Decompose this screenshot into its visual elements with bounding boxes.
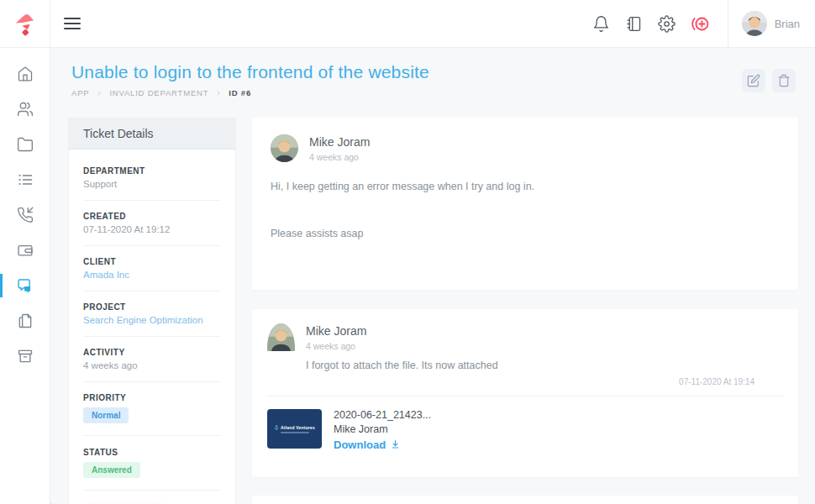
field-label: DEPARTMENT: [83, 166, 221, 176]
ticket-details-panel: Ticket Details DEPARTMENT Support CREATE…: [68, 118, 236, 504]
field-project: PROJECT Search Engine Optimization: [83, 302, 221, 337]
author-avatar: [271, 134, 298, 162]
sidebar-item-archive[interactable]: [0, 339, 50, 374]
field-label: CREATED: [83, 212, 221, 221]
documents-icon: [17, 312, 34, 329]
panel-body: DEPARTMENT Support CREATED 07-11-2020 At…: [69, 150, 235, 504]
app-window: Brian: [0, 0, 815, 504]
download-label: Download: [334, 438, 386, 451]
message-card: Mike Joram 4 weeks ago I forgot to attac…: [252, 309, 798, 477]
field-created: CREATED 07-11-2020 At 19:12: [83, 212, 221, 246]
sidebar-item-contacts[interactable]: [0, 92, 50, 127]
attachment: Atland Ventures 2020-06-21_21423... Mike…: [252, 396, 798, 451]
message-text: Hi, I keep getting an error message when…: [271, 181, 778, 192]
author-name: Mike Joram: [309, 135, 370, 149]
download-link[interactable]: Download: [334, 438, 431, 451]
users-icon: [17, 101, 34, 118]
page-title: Unable to login to the frontend of the w…: [71, 62, 797, 82]
edit-ticket-icon-button[interactable]: [742, 69, 765, 92]
wallet-icon: [17, 242, 34, 259]
field-label: PROJECT: [83, 302, 221, 312]
home-icon: [17, 66, 34, 82]
archive-icon: [17, 348, 34, 365]
attachment-logo-icon: [274, 425, 279, 430]
attachment-thumbnail-label: Atland Ventures: [281, 425, 315, 430]
project-link[interactable]: Search Engine Optimization: [83, 315, 221, 325]
thumbnail-tagline: [281, 432, 309, 433]
phone-incoming-icon: [17, 207, 34, 223]
sidebar-item-payments[interactable]: [0, 233, 50, 268]
field-value: 4 weeks ago: [83, 360, 221, 370]
topbar: Brian: [0, 0, 815, 48]
message-time: 4 weeks ago: [306, 341, 498, 351]
field-priority: PRIORITY Normal: [83, 393, 221, 436]
notebook-icon[interactable]: [625, 15, 643, 33]
message-card: [252, 496, 798, 504]
user-name: Brian: [775, 18, 800, 30]
user-avatar: [742, 11, 767, 36]
client-link[interactable]: Amada Inc: [83, 270, 221, 280]
field-value: Support: [83, 179, 221, 189]
field-label: PRIORITY: [83, 393, 221, 402]
download-icon: [390, 439, 401, 450]
field-department: DEPARTMENT Support: [83, 166, 221, 201]
settings-gear-icon[interactable]: [658, 15, 676, 33]
logo-icon: [13, 11, 38, 36]
message-header: Mike Joram 4 weeks ago: [271, 134, 778, 162]
message-card: Mike Joram 4 weeks ago Hi, I keep gettin…: [252, 118, 798, 290]
field-status: STATUS Answered: [83, 448, 221, 491]
author-avatar: [267, 323, 295, 371]
menu-toggle-button[interactable]: [58, 9, 87, 38]
sidebar-item-home[interactable]: [0, 56, 50, 92]
app-logo[interactable]: [0, 0, 50, 47]
message-timestamp: 07-11-2020 At 19:14: [252, 377, 798, 386]
sidebar-item-calls[interactable]: [0, 197, 50, 233]
field-client: CLIENT Amada Inc: [83, 257, 221, 291]
main-content: Unable to login to the frontend of the w…: [51, 48, 815, 504]
attachment-filename: 2020-06-21_21423...: [334, 409, 431, 421]
field-label: STATUS: [83, 448, 221, 457]
panel-title: Ticket Details: [69, 118, 235, 150]
sidebar: [0, 48, 50, 504]
topbar-actions: Brian: [585, 0, 815, 47]
topbar-main: Brian: [50, 0, 815, 47]
bell-icon[interactable]: [592, 15, 610, 33]
status-badge: Answered: [83, 462, 140, 478]
message-thread: Mike Joram 4 weeks ago Hi, I keep gettin…: [252, 118, 798, 504]
breadcrumb-department[interactable]: INVALID DEPARTMENT: [109, 88, 208, 97]
attachment-uploader: Mike Joram: [334, 423, 431, 435]
breadcrumb: APP INVALID DEPARTMENT ID #6: [71, 88, 797, 97]
chat-icon: [16, 277, 34, 295]
author-name: Mike Joram: [306, 324, 498, 338]
sidebar-item-documents[interactable]: [0, 303, 50, 339]
user-menu[interactable]: Brian: [728, 11, 815, 36]
chevron-right-icon: [215, 90, 222, 97]
breadcrumb-ticket-id: ID #6: [229, 88, 251, 97]
ticket-actions: [742, 69, 796, 92]
trash-icon: [777, 74, 791, 87]
message-text: I forgot to attach the file. Its now att…: [306, 360, 498, 371]
sidebar-item-projects[interactable]: [0, 127, 50, 162]
message-header: Mike Joram 4 weeks ago I forgot to attac…: [252, 323, 798, 371]
quick-add-icon[interactable]: [691, 14, 710, 34]
sidebar-item-tasks[interactable]: [0, 162, 50, 197]
priority-badge: Normal: [83, 407, 129, 423]
field-label: ACTIVITY: [83, 348, 221, 357]
list-icon: [17, 171, 34, 188]
breadcrumb-app[interactable]: APP: [71, 88, 89, 97]
edit-icon: [747, 74, 760, 87]
message-time: 4 weeks ago: [309, 152, 370, 162]
chevron-right-icon: [96, 90, 103, 97]
field-activity: ACTIVITY 4 weeks ago: [83, 348, 221, 382]
sidebar-item-tickets[interactable]: [0, 268, 50, 303]
message-text: Please assists asap: [271, 228, 778, 239]
field-value: 07-11-2020 At 19:12: [83, 224, 221, 234]
page-header: Unable to login to the frontend of the w…: [51, 48, 815, 97]
attachment-thumbnail[interactable]: Atland Ventures: [267, 409, 322, 449]
folder-icon: [17, 136, 34, 153]
delete-ticket-icon-button[interactable]: [772, 69, 796, 92]
field-label: CLIENT: [83, 257, 221, 266]
